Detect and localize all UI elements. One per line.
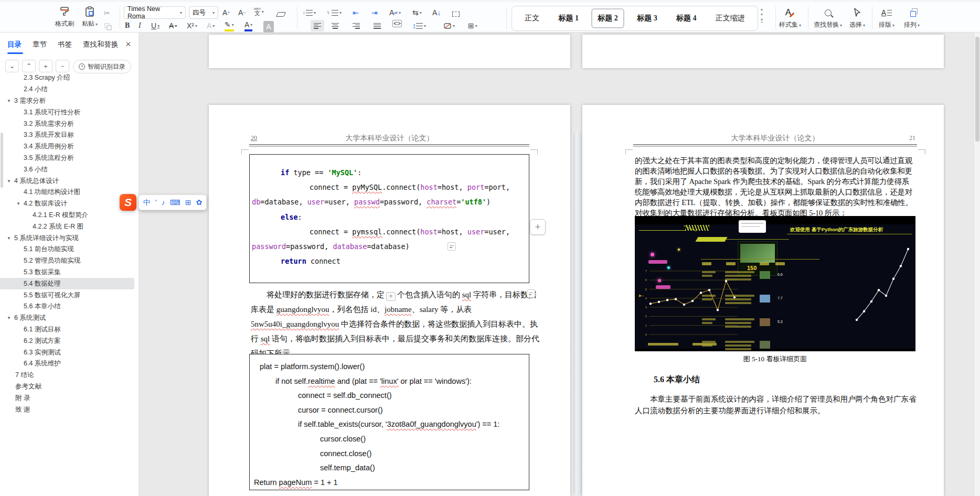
align-center-button[interactable] xyxy=(332,20,339,31)
font-size-select[interactable]: 四号▾ xyxy=(189,6,218,19)
style-item[interactable]: 标题 4 xyxy=(670,8,703,28)
bold-button[interactable]: B xyxy=(125,20,130,31)
insert-plus-button[interactable]: + xyxy=(530,219,546,235)
toc-item[interactable]: 6.2 测试方案 xyxy=(0,335,134,347)
toc-item[interactable]: 3.5 系统流程分析 xyxy=(0,153,134,164)
toc-item[interactable]: ▼4 系统总体设计 xyxy=(0,175,134,187)
sort-icon[interactable]: A↓ xyxy=(432,7,441,18)
underline-button[interactable]: U▾ xyxy=(151,20,159,31)
align-right-button[interactable] xyxy=(353,20,360,31)
phonetic-guide-icon[interactable]: wén文▾ xyxy=(254,6,264,17)
toc-item[interactable]: 4.2.1 E-R 模型简介 xyxy=(0,210,134,221)
toc-item[interactable]: 7 结论 xyxy=(0,370,134,381)
toc-item[interactable]: ▼4.2 数据库设计 xyxy=(0,198,134,210)
page-gap-divider[interactable] xyxy=(573,131,582,496)
increase-indent-icon[interactable]: ⇥ xyxy=(371,7,378,18)
clear-format-icon[interactable] xyxy=(277,8,285,20)
paste-button[interactable]: 粘贴▾ xyxy=(78,5,102,28)
line-spacing-button[interactable]: ↕▾ xyxy=(412,20,426,31)
document-page-20[interactable]: 20 大学本科毕业设计（论文） if type == 'MySQL':conne… xyxy=(209,105,570,496)
cut-icon[interactable]: ✂ xyxy=(104,7,110,19)
toc-item[interactable]: 3.4 系统用例分析 xyxy=(0,141,134,153)
font-name-select[interactable]: Times New Roma▾ xyxy=(124,6,186,19)
expand-all-button[interactable]: ⌃ xyxy=(22,60,36,72)
sogou-logo[interactable]: S xyxy=(120,194,136,211)
gallery-scroll-buttons[interactable]: ▴▾▾ xyxy=(761,7,763,23)
toc-item[interactable]: 3.2 系统需求分析 xyxy=(0,118,134,130)
chevron-expanded-icon[interactable]: ▼ xyxy=(7,99,11,103)
toc-item[interactable]: 5.2 管理员功能实现 xyxy=(0,255,134,267)
style-set-button[interactable]: A 样式集▾ xyxy=(777,5,803,29)
tab-find-replace[interactable]: 查找和替换 xyxy=(83,40,119,49)
toc-item[interactable]: 参考文献 xyxy=(0,381,134,393)
toc-item[interactable]: ▼6 系统测试 xyxy=(0,312,134,324)
ime-icon[interactable]: ⊞ xyxy=(185,199,191,206)
style-item[interactable]: 正文缩进 xyxy=(709,8,751,28)
copy-icon[interactable] xyxy=(104,21,112,33)
smart-recognize-button[interactable]: 智能识别目录 xyxy=(73,60,131,73)
toc-item[interactable]: 致 谢 xyxy=(0,404,134,415)
style-item[interactable]: 标题 2 xyxy=(591,8,624,28)
toc-item[interactable]: 3.1 系统可行性分析 xyxy=(0,106,134,118)
toc-item[interactable]: 3.3 系统开发目标 xyxy=(0,130,134,141)
toc-item[interactable]: 4.2.2 系统 E-R 图 xyxy=(0,221,134,232)
text-direction-icon[interactable]: ⇆▾ xyxy=(412,7,422,18)
tab-chapters[interactable]: 章节 xyxy=(33,40,47,49)
toc-item[interactable]: 5.4 数据处理 xyxy=(0,278,134,289)
decrease-indent-icon[interactable]: ⇤ xyxy=(353,7,359,18)
scrollbar-thumb[interactable] xyxy=(975,37,979,142)
toc-item[interactable]: 6.1 测试目标 xyxy=(0,324,134,336)
superscript-button[interactable]: X²▾ xyxy=(187,20,197,31)
find-replace-button[interactable]: 查找替换▾ xyxy=(812,5,844,29)
distribute-button[interactable]: <> xyxy=(392,20,402,27)
document-scrollbar[interactable] xyxy=(974,33,980,496)
toc-item[interactable]: 5.3 数据采集 xyxy=(0,267,134,278)
ime-toolbar[interactable]: S 中'♪⌨⊞✿ xyxy=(120,194,207,211)
paragraph-layout-button[interactable] xyxy=(527,289,535,298)
chevron-expanded-icon[interactable]: ▼ xyxy=(16,201,20,206)
ime-icon[interactable]: ✿ xyxy=(196,199,203,206)
table-handle-button[interactable] xyxy=(448,242,456,251)
style-item[interactable]: 标题 1 xyxy=(552,8,585,28)
font-color-button[interactable]: A▾ xyxy=(244,20,252,31)
zoom-in-toc-button[interactable]: ＋ xyxy=(39,60,52,72)
highlight-color-button[interactable]: ✎▾ xyxy=(225,20,234,31)
increase-font-icon[interactable]: A+ xyxy=(222,7,230,18)
chevron-expanded-icon[interactable]: ▼ xyxy=(7,236,11,241)
toc-item[interactable]: 3.6 小结 xyxy=(0,164,134,175)
toc-item[interactable]: 5.1 前台功能实现 xyxy=(0,244,134,255)
chevron-expanded-icon[interactable]: ▼ xyxy=(7,316,11,320)
format-painter-button[interactable]: 格式刷 xyxy=(52,5,77,28)
insert-frame-icon[interactable] xyxy=(452,8,460,20)
toc-item[interactable]: ▼5 系统详细设计与实现 xyxy=(0,232,134,244)
arrange-button[interactable]: 排列▾ xyxy=(900,5,923,29)
typeset-button[interactable]: A 排版▾ xyxy=(875,5,898,29)
strikethrough-button[interactable]: A▾ xyxy=(169,20,177,31)
nav-scrollbar-thumb[interactable] xyxy=(1,133,3,188)
select-button[interactable]: 选择▾ xyxy=(846,5,869,29)
char-shading-button[interactable]: A xyxy=(263,21,274,33)
style-item[interactable]: 标题 3 xyxy=(631,8,664,28)
chevron-expanded-icon[interactable]: ▼ xyxy=(7,179,11,184)
toc-item[interactable]: 2.3 Scrapy 介绍 xyxy=(0,72,134,84)
toc-item[interactable]: 附 录 xyxy=(0,392,134,404)
toc-item[interactable]: 2.4 小结 xyxy=(0,84,134,95)
ime-icon[interactable]: 中 xyxy=(143,199,151,206)
zoom-out-toc-button[interactable]: － xyxy=(56,60,69,72)
toc-item[interactable]: 5.6 本章小结 xyxy=(0,301,134,312)
shading-button[interactable]: ▾ xyxy=(444,20,455,31)
ime-icon[interactable]: ♪ xyxy=(162,199,165,206)
style-item[interactable]: 正文 xyxy=(518,8,546,28)
close-pane-icon[interactable]: ✕ xyxy=(125,40,131,48)
toc-item[interactable]: ▼3 需求分析 xyxy=(0,95,134,107)
borders-button[interactable]: ⊞▾ xyxy=(468,20,477,31)
toc-item[interactable]: 6.4 系统维护 xyxy=(0,358,134,370)
bullet-list-button[interactable]: ⁝▾ xyxy=(303,7,316,18)
tab-bookmarks[interactable]: 书签 xyxy=(58,40,72,49)
tab-toc[interactable]: 目录 xyxy=(7,40,22,49)
ime-icon[interactable]: ⌨ xyxy=(170,199,180,206)
collapse-all-button[interactable]: ⌄ xyxy=(5,60,19,72)
align-left-button[interactable] xyxy=(311,20,324,31)
decrease-font-icon[interactable]: A− xyxy=(238,7,246,18)
justify-button[interactable] xyxy=(374,20,381,31)
